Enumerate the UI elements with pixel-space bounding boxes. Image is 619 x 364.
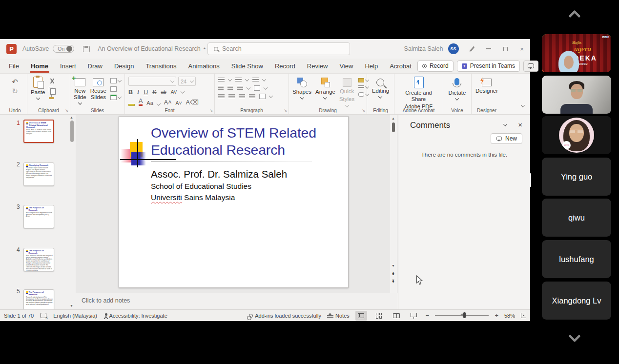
normal-view-button[interactable] (355, 311, 367, 321)
tab-design[interactable]: Design (113, 61, 135, 72)
slide-counter[interactable]: Slide 1 of 70 (4, 313, 34, 319)
notes-toggle-button[interactable]: Notes (327, 313, 350, 319)
video-rail-scroll-up[interactable] (570, 8, 583, 20)
comments-collapse-icon[interactable] (503, 122, 507, 126)
create-adobe-pdf-button[interactable]: Create and Share Adobe PDF (398, 77, 439, 110)
maximize-button[interactable] (497, 39, 514, 59)
text-direction-button[interactable] (254, 85, 260, 91)
reset-icon[interactable] (110, 86, 117, 92)
slide-thumbnail-3[interactable]: The Purposes of Research Five categories… (23, 205, 54, 228)
save-icon[interactable] (83, 46, 90, 52)
record-button[interactable]: Record (417, 61, 454, 72)
autosave-toggle[interactable]: On (53, 45, 74, 53)
tab-review[interactable]: Review (306, 61, 329, 72)
document-title[interactable]: An Overview of Educational Research (98, 45, 201, 52)
slide-canvas[interactable]: Overview of STEM Related Educational Res… (119, 116, 349, 288)
shapes-button[interactable]: Shapes (292, 77, 311, 100)
convert-smartart-button[interactable] (259, 94, 266, 99)
tab-insert[interactable]: Insert (59, 61, 77, 72)
align-right-button[interactable] (239, 94, 245, 99)
participant-avatar-3[interactable]: LOVE (542, 116, 611, 154)
slide-title[interactable]: Overview of STEM Related Educational Res… (151, 124, 322, 159)
proofing-icon[interactable] (41, 313, 46, 318)
paste-button[interactable]: Paste (31, 77, 45, 100)
zoom-level[interactable]: 58% (504, 313, 515, 319)
layout-icon[interactable] (110, 78, 117, 83)
thumbnail-scroll-down-icon[interactable]: ▼ (70, 304, 73, 307)
decrease-indent-button[interactable] (218, 86, 224, 91)
next-slide-button[interactable]: ▼▼ (392, 280, 395, 283)
zoom-in-button[interactable]: + (495, 312, 498, 319)
tab-slide-show[interactable]: Slide Show (230, 61, 264, 72)
ink-pen-icon[interactable] (470, 46, 475, 52)
clear-formatting-button[interactable]: A⌫ (186, 99, 199, 106)
tab-animations[interactable]: Animations (187, 61, 221, 72)
tab-home[interactable]: Home (30, 61, 49, 72)
shape-fill-icon[interactable] (358, 78, 364, 82)
comments-close-icon[interactable]: × (518, 121, 522, 129)
user-name[interactable]: Salmiza Saleh (404, 45, 443, 52)
line-spacing-button[interactable] (252, 78, 259, 82)
justify-button[interactable] (249, 94, 255, 99)
increase-font-button[interactable]: A˄ (164, 99, 172, 106)
change-case-button[interactable]: Aa (146, 100, 153, 106)
slideshow-button[interactable] (408, 311, 420, 321)
numbering-button[interactable] (235, 78, 242, 82)
participant-tile[interactable]: Xiangdong Lv (542, 282, 611, 320)
increase-indent-button[interactable] (227, 86, 233, 91)
highlight-color-button[interactable] (128, 104, 135, 106)
font-name-select[interactable] (128, 77, 176, 86)
paragraph-dialog-launcher-icon[interactable]: ↘ (284, 108, 287, 113)
font-dialog-launcher-icon[interactable]: ↘ (209, 108, 213, 113)
tab-view[interactable]: View (338, 61, 354, 72)
tab-transitions[interactable]: Transitions (144, 61, 177, 72)
minimize-button[interactable] (480, 39, 497, 59)
powerpoint-logo-icon[interactable]: P (6, 44, 17, 54)
addins-status[interactable]: Add-ins loaded successfully (249, 313, 321, 319)
participant-tile[interactable]: lushufang (542, 240, 611, 278)
scroll-up-icon[interactable]: ▲ (392, 117, 395, 120)
font-size-select[interactable]: 24 (178, 77, 196, 86)
tab-help[interactable]: Help (364, 61, 379, 72)
participant-tile[interactable]: Ying guo (542, 158, 611, 196)
reading-view-button[interactable] (391, 311, 402, 321)
reuse-slides-button[interactable]: Reuse Slides (90, 77, 106, 101)
participant-video-speaker[interactable]: PPIF Majlis ugera S DEKA IK 2019/2 (542, 34, 611, 72)
slide-thumbnail-2[interactable]: Classifying Research Two helpful ways to… (23, 162, 54, 186)
slide-university[interactable]: Universiti Sains Malaysia (151, 193, 235, 202)
video-rail-scroll-down[interactable] (570, 332, 583, 344)
participant-video-2[interactable] (542, 76, 611, 114)
slide-thumbnail-5[interactable]: The Purposes of Research Research and de… (23, 289, 54, 309)
new-comment-button[interactable]: New (491, 133, 522, 144)
thumbnail-scroll-up-icon[interactable]: ▲ (70, 116, 73, 119)
underline-button[interactable]: U (144, 89, 148, 96)
copy-icon[interactable] (49, 87, 53, 92)
zoom-slider[interactable] (435, 315, 489, 316)
columns-button[interactable] (237, 86, 243, 91)
scrollbar-thumb[interactable] (392, 122, 395, 132)
accessibility-status[interactable]: Accessibility: Investigate (104, 313, 167, 319)
slide-thumbnail-1[interactable]: Overview of STEM Related Educational Res… (23, 120, 54, 143)
thumbnail-scrollbar[interactable] (70, 121, 74, 142)
participant-tile[interactable]: qiwu (542, 199, 611, 237)
character-spacing-button[interactable]: AV (171, 89, 177, 95)
shape-outline-icon[interactable] (358, 85, 364, 89)
editing-button[interactable]: Editing (372, 77, 389, 99)
previous-slide-button[interactable]: ▲▲ (392, 272, 395, 275)
notes-pane[interactable]: Click to add notes (76, 293, 398, 309)
zoom-out-button[interactable]: − (426, 312, 430, 319)
undo-button[interactable]: ↶ (12, 78, 18, 85)
editor-scrollbar[interactable]: ▲ ▼ ▲▲ ▼▼ (390, 115, 397, 293)
shadow-button[interactable]: S (152, 89, 156, 96)
search-input[interactable]: Search (207, 42, 350, 55)
section-icon[interactable] (110, 95, 117, 100)
panel-resize-handle[interactable] (530, 173, 531, 187)
tab-file[interactable]: File (8, 61, 20, 72)
zoom-slider-thumb[interactable] (463, 312, 466, 318)
shape-effects-icon[interactable] (358, 92, 364, 97)
drawing-dialog-launcher-icon[interactable]: ↘ (362, 108, 365, 113)
font-color-button[interactable]: A (139, 98, 143, 106)
comments-toggle-button[interactable] (523, 61, 538, 72)
tab-record[interactable]: Record (274, 61, 296, 72)
arrange-button[interactable]: Arrange (315, 77, 335, 100)
